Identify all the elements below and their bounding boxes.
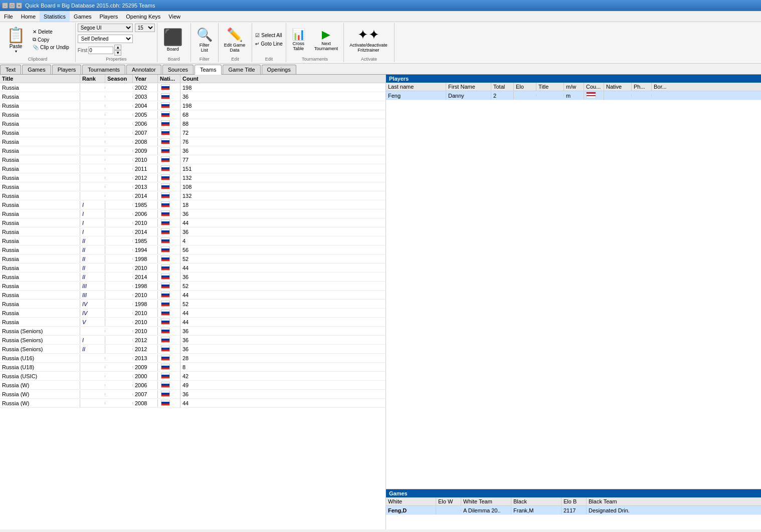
team-year: 2010 xyxy=(133,291,158,299)
restore-button[interactable]: □ xyxy=(9,3,15,9)
goto-line-button[interactable]: ↵ Goto Line xyxy=(254,41,283,47)
team-row[interactable]: Russia III 1998 52 xyxy=(0,282,386,291)
select-all-button[interactable]: ☑ Select All xyxy=(254,32,283,39)
russia-flag-icon xyxy=(161,102,170,108)
minimize-button[interactable]: - xyxy=(2,3,8,9)
team-row[interactable]: Russia 2008 76 xyxy=(0,137,386,146)
team-row[interactable]: Russia 2005 68 xyxy=(0,110,386,119)
tab-tournaments[interactable]: Tournaments xyxy=(82,65,125,74)
russia-flag-icon xyxy=(161,84,170,90)
paste-button[interactable]: 📋 Paste ▾ xyxy=(2,24,30,55)
team-row[interactable]: Russia (USIC) 2000 42 xyxy=(0,372,386,381)
menu-view[interactable]: View xyxy=(164,11,184,22)
font-family-select[interactable]: Segoe UI xyxy=(78,24,133,32)
team-row[interactable]: Russia II 1998 52 xyxy=(0,254,386,263)
clip-unclip-button[interactable]: 📎 Clip or Undip xyxy=(32,44,70,51)
tab-players[interactable]: Players xyxy=(52,65,82,74)
team-row[interactable]: Russia II 1985 4 xyxy=(0,236,386,245)
delete-button[interactable]: ✕ Delete xyxy=(32,29,70,35)
team-nati xyxy=(158,282,180,291)
team-row[interactable]: Russia (U18) 2009 8 xyxy=(0,363,386,372)
team-title: Russia (W) xyxy=(0,390,80,398)
team-row[interactable]: Russia I 2010 44 xyxy=(0,218,386,227)
activate-button[interactable]: ✦✦ Activate/deactivateFritztrainer xyxy=(346,25,391,55)
team-row[interactable]: Russia (W) 2007 36 xyxy=(0,390,386,399)
col-title-header: Title xyxy=(0,75,80,83)
tab-games[interactable]: Games xyxy=(22,65,51,74)
team-row[interactable]: Russia II 2010 44 xyxy=(0,263,386,273)
team-row[interactable]: Russia IV 1998 52 xyxy=(0,300,386,309)
tab-openings[interactable]: Openings xyxy=(262,65,296,74)
team-row[interactable]: Russia (U16) 2013 28 xyxy=(0,354,386,363)
copy-button[interactable]: ⧉ Copy xyxy=(32,36,70,43)
team-row[interactable]: Russia 2011 151 xyxy=(0,164,386,173)
team-row[interactable]: Russia III 2010 44 xyxy=(0,291,386,300)
game-row[interactable]: Feng,D A Dilemma 20.. Frank,M 2117 Desig… xyxy=(386,506,761,515)
tab-teams[interactable]: Teams xyxy=(195,65,222,75)
col-elo-header: Elo xyxy=(514,83,536,91)
teams-list[interactable]: Russia 2002 198 Russia 2003 36 Russia 20… xyxy=(0,83,386,529)
team-row[interactable]: Russia I 1985 18 xyxy=(0,200,386,209)
team-row[interactable]: Russia (W) 2008 44 xyxy=(0,399,386,408)
team-rank: I xyxy=(80,219,105,227)
close-button[interactable]: × xyxy=(16,3,22,9)
font-size-select[interactable]: 15 xyxy=(135,24,155,32)
menu-opening-keys[interactable]: Opening Keys xyxy=(122,11,164,22)
team-rank: I xyxy=(80,336,105,344)
edit-game-icon: ✏️ xyxy=(227,27,243,43)
team-year: 1998 xyxy=(133,300,158,308)
team-row[interactable]: Russia 2006 88 xyxy=(0,119,386,128)
filter-button[interactable]: 🔍 FilterList xyxy=(193,25,216,55)
team-row[interactable]: Russia (Seniors) 2010 36 xyxy=(0,327,386,336)
team-row[interactable]: Russia I 2006 36 xyxy=(0,209,386,218)
menu-statistics[interactable]: Statistics xyxy=(40,11,70,22)
team-row[interactable]: Russia 2003 36 xyxy=(0,92,386,101)
tab-game-title[interactable]: Game Title xyxy=(223,65,260,74)
col-whiteteam-header: White Team xyxy=(461,497,511,505)
next-tournament-button[interactable]: ▶ NextTournament xyxy=(311,26,342,54)
team-row[interactable]: Russia II 1994 56 xyxy=(0,245,386,254)
spin-down-button[interactable]: ▼ xyxy=(114,50,121,56)
menu-file[interactable]: File xyxy=(0,11,17,22)
team-nati xyxy=(158,218,180,227)
players-section: Players Last name First Name Total Elo T… xyxy=(386,75,761,489)
clip-icon: 📎 xyxy=(33,45,39,50)
games-data[interactable]: Feng,D A Dilemma 20.. Frank,M 2117 Desig… xyxy=(386,506,761,529)
team-nati xyxy=(158,254,180,263)
team-title: Russia (U18) xyxy=(0,363,80,371)
font-num-input[interactable] xyxy=(88,47,113,54)
team-row[interactable]: Russia (Seniors) I 2012 36 xyxy=(0,336,386,345)
team-row[interactable]: Russia 2010 77 xyxy=(0,155,386,164)
team-row[interactable]: Russia IV 2010 44 xyxy=(0,309,386,318)
window-controls[interactable]: - □ × xyxy=(2,3,22,9)
team-row[interactable]: Russia 2004 198 xyxy=(0,101,386,110)
team-row[interactable]: Russia 2014 132 xyxy=(0,191,386,200)
team-row[interactable]: Russia V 2010 44 xyxy=(0,318,386,327)
board-button[interactable]: ⬛ Board xyxy=(159,25,186,54)
team-row[interactable]: Russia 2002 198 xyxy=(0,83,386,92)
edit-game-data-button[interactable]: ✏️ Edit Game Data xyxy=(221,25,249,55)
team-row[interactable]: Russia 2012 132 xyxy=(0,173,386,182)
cross-table-button[interactable]: 📊 CrossTable xyxy=(288,26,309,54)
team-row[interactable]: Russia 2007 72 xyxy=(0,128,386,137)
team-title: Russia xyxy=(0,264,80,272)
team-season xyxy=(105,150,133,152)
team-nati xyxy=(158,173,180,182)
tab-text[interactable]: Text xyxy=(0,65,21,74)
player-row[interactable]: Feng Danny 2 m xyxy=(386,91,761,100)
menu-home[interactable]: Home xyxy=(17,11,40,22)
tab-annotator[interactable]: Annotator xyxy=(126,65,161,74)
style-select[interactable]: Self Defined xyxy=(78,35,133,43)
team-row[interactable]: Russia 2009 36 xyxy=(0,146,386,155)
team-row[interactable]: Russia (W) 2006 49 xyxy=(0,381,386,390)
team-row[interactable]: Russia (Seniors) II 2012 36 xyxy=(0,345,386,354)
tab-sources[interactable]: Sources xyxy=(162,65,194,74)
team-row[interactable]: Russia I 2014 36 xyxy=(0,227,386,236)
menu-games[interactable]: Games xyxy=(70,11,95,22)
player-cou xyxy=(584,91,604,100)
players-data[interactable]: Feng Danny 2 m xyxy=(386,91,761,489)
spin-up-button[interactable]: ▲ xyxy=(114,45,121,50)
menu-players[interactable]: Players xyxy=(96,11,122,22)
team-row[interactable]: Russia II 2014 36 xyxy=(0,273,386,282)
team-row[interactable]: Russia 2013 108 xyxy=(0,182,386,191)
